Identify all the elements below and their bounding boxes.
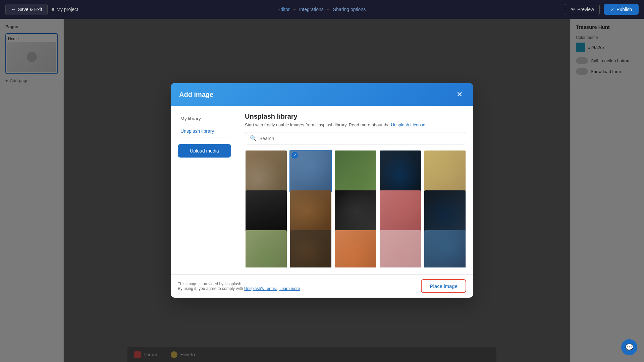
modal-right-panel: Unsplash library Start with freely usabl… [238,106,473,274]
search-input[interactable] [259,136,461,141]
my-library-nav[interactable]: My library [178,113,231,125]
image-grid: ✓ [245,150,466,267]
arrow-left-icon: ← [11,7,16,12]
preview-button[interactable]: 👁 Preview [565,4,600,15]
nav-editor-step[interactable]: Editor [277,7,290,12]
chat-icon: 💬 [625,343,634,351]
place-image-button[interactable]: Place image [421,279,466,293]
nav-integrations-step[interactable]: Integrations [299,7,324,12]
footer-text: This image is provided by Unsplash. By u… [178,282,300,291]
image-cell-14[interactable] [379,230,422,267]
section-title: Unsplash library [245,113,466,120]
nav-left: ← Save & Exit My project [5,4,78,15]
upload-media-button[interactable]: Upload media [178,144,231,158]
search-icon: 🔍 [250,135,257,141]
check-icon: ✓ [610,7,614,12]
dot-icon [52,8,54,11]
nav-center: Editor → Integrations → Sharing options [78,7,565,12]
modal-header: Add image ✕ [171,83,473,106]
image-cell-4[interactable] [379,150,422,192]
image-cell-8[interactable] [334,190,377,232]
modal-body: My library Unsplash library Upload media… [171,106,473,274]
save-exit-label: Save & Exit [18,7,42,12]
top-navigation: ← Save & Exit My project Editor → Integr… [0,0,644,19]
image-cell-9[interactable] [379,190,422,232]
nav-arrow-2: → [326,7,330,12]
modal-overlay[interactable]: Add image ✕ My library Unsplash library … [0,19,644,362]
modal-close-button[interactable]: ✕ [454,89,465,100]
modal-left-panel: My library Unsplash library Upload media [171,106,238,274]
nav-arrow-1: → [292,7,297,12]
eye-icon: 👁 [571,7,575,12]
image-cell-5[interactable] [424,150,466,192]
modal-description: Start with freely usable images from Uns… [245,122,466,127]
image-cell-12[interactable] [289,230,332,267]
chat-bubble[interactable]: 💬 [621,339,637,355]
unsplash-terms-link[interactable]: Unsplash's Terms. [244,286,277,291]
image-cell-2[interactable]: ✓ [289,150,332,192]
unsplash-license-link[interactable]: Unsplash License [391,122,425,127]
publish-button[interactable]: ✓ Publish [604,4,639,15]
search-box: 🔍 [245,132,466,144]
save-exit-button[interactable]: ← Save & Exit [5,4,48,15]
unsplash-library-nav[interactable]: Unsplash library [178,125,231,137]
project-name: My project [52,7,78,12]
image-cell-3[interactable] [334,150,377,192]
nav-sharing-step[interactable]: Sharing options [333,7,366,12]
image-cell-11[interactable] [245,230,287,267]
add-image-modal: Add image ✕ My library Unsplash library … [171,83,473,298]
preview-label: Preview [577,7,594,12]
image-cell-6[interactable] [245,190,287,232]
image-cell-1[interactable] [245,150,287,192]
learn-more-link[interactable]: Learn more [279,286,300,291]
modal-footer: This image is provided by Unsplash. By u… [171,274,473,298]
image-cell-15[interactable] [424,230,466,267]
project-name-label: My project [56,7,78,12]
modal-title: Add image [179,91,213,99]
image-cell-10[interactable] [424,190,466,232]
nav-right: 👁 Preview ✓ Publish [565,4,639,15]
publish-label: Publish [616,7,632,12]
image-cell-7[interactable] [289,190,332,232]
image-cell-13[interactable] [334,230,377,267]
